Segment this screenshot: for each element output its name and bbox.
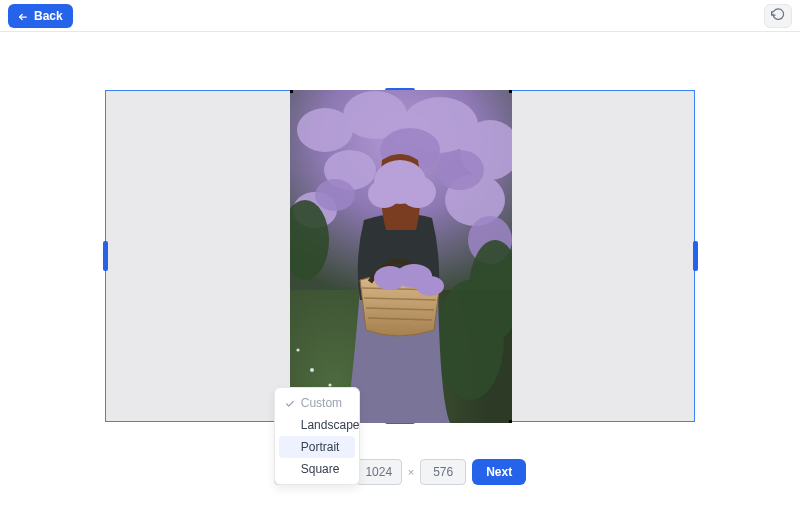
svg-point-28: [296, 348, 299, 351]
aspect-item-landscape[interactable]: Landscape: [279, 414, 355, 436]
outpaint-canvas[interactable]: [105, 90, 695, 422]
aspect-item-label: Custom: [301, 396, 342, 410]
canvas-handle-right[interactable]: [693, 241, 698, 271]
width-field[interactable]: [356, 459, 402, 485]
arrow-left-icon: [18, 11, 28, 21]
image-handle-bottom-right[interactable]: [509, 420, 512, 423]
aspect-item-custom: Custom: [279, 392, 355, 414]
back-button[interactable]: Back: [8, 4, 73, 28]
aspect-item-square[interactable]: Square: [279, 458, 355, 480]
svg-point-20: [400, 176, 436, 208]
top-bar: Back: [0, 0, 800, 32]
editor-stage: Portrait Custom Landscape Portrait: [0, 32, 800, 489]
aspect-popup: Custom Landscape Portrait Square: [274, 387, 360, 485]
next-label: Next: [486, 465, 512, 479]
aspect-dropdown: Portrait Custom Landscape Portrait: [274, 459, 350, 485]
canvas-handle-left[interactable]: [103, 241, 108, 271]
aspect-item-portrait[interactable]: Portrait: [279, 436, 355, 458]
undo-button[interactable]: [764, 4, 792, 28]
dimension-separator: ×: [408, 466, 414, 478]
aspect-item-label: Square: [301, 462, 340, 476]
next-button[interactable]: Next: [472, 459, 526, 485]
bottom-toolbar: Portrait Custom Landscape Portrait: [0, 459, 800, 485]
svg-point-12: [315, 179, 355, 211]
source-image[interactable]: [290, 90, 512, 423]
check-icon: [285, 398, 295, 408]
height-field[interactable]: [420, 459, 466, 485]
back-label: Back: [34, 9, 63, 23]
svg-point-11: [436, 150, 484, 190]
svg-point-21: [368, 180, 400, 208]
aspect-item-label: Landscape: [301, 418, 360, 432]
undo-icon: [771, 7, 785, 24]
aspect-item-label: Portrait: [301, 440, 340, 454]
image-handle-top-left[interactable]: [290, 90, 293, 93]
svg-point-16: [436, 280, 504, 400]
svg-point-27: [310, 368, 314, 372]
image-handle-top-right[interactable]: [509, 90, 512, 93]
svg-point-24: [416, 276, 444, 296]
